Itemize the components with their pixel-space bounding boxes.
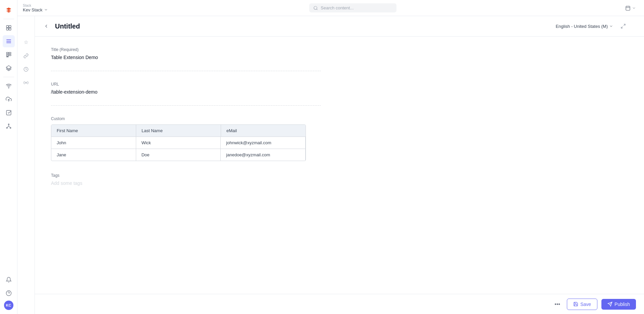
svg-rect-9 [6,54,8,56]
tags-field-placeholder[interactable]: Add some tags [51,180,321,186]
table-cell-email-1[interactable]: janedoe@xyzmail.com [221,149,306,161]
topbar-right [623,4,639,12]
svg-line-20 [7,126,8,127]
svg-rect-8 [9,52,11,54]
brand-stack-label: Stack [23,4,48,7]
table-cell-email-0[interactable]: johnwick@xyzmail.com [221,137,306,149]
locale-chevron-icon [609,24,613,28]
row-delete-button-0[interactable] [304,139,306,147]
secondary-icon-clock[interactable] [20,63,32,75]
svg-line-33 [621,27,623,28]
url-section: URL /table-extension-demo [51,82,321,106]
table-cell-firstname-1[interactable]: Jane [51,149,136,161]
secondary-sidebar: ☆ [17,16,35,314]
svg-point-22 [6,291,11,296]
title-field-label: Title (Required) [51,47,321,52]
svg-line-32 [624,24,625,26]
table-cell-firstname-0[interactable]: John [51,137,136,149]
svg-point-13 [8,88,9,88]
table-row: Jane Doe janedoe@xyzmail.com [51,149,306,161]
brand-name-selector[interactable]: Kev Stack [23,7,48,12]
svg-point-16 [8,124,9,125]
brand-info: Stack Kev Stack [23,4,48,12]
custom-table: First Name Last Name eMail John Wick joh… [51,124,306,161]
secondary-icon-settings2[interactable] [20,76,32,89]
topbar: Stack Kev Stack Search content... [17,0,644,16]
sidebar-icon-network[interactable] [3,120,15,132]
url-field-value[interactable]: /table-extension-demo [51,89,321,95]
calendar-button[interactable] [623,4,639,12]
title-section: Title (Required) Table Extension Demo [51,47,321,71]
row-delete-button-1[interactable] [304,151,306,159]
svg-point-18 [10,127,11,128]
custom-section-label: Custom [51,116,321,121]
sidebar-icon-upload[interactable] [3,93,15,105]
sidebar-icon-dashboard[interactable] [3,22,15,34]
sidebar-bottom: KC [3,274,15,310]
svg-rect-11 [6,56,8,57]
table-header-firstname: First Name [51,125,136,137]
search-icon [313,6,318,10]
secondary-icon-link[interactable] [20,50,32,62]
table-header-lastname: Last Name [136,125,221,137]
custom-section: Custom First Name Last Name eMail John W… [51,116,321,162]
svg-rect-0 [6,25,8,28]
svg-rect-15 [6,110,11,115]
sidebar-icon-list[interactable] [3,35,15,47]
publish-icon [607,302,612,307]
calendar-chevron-icon [632,6,636,10]
sidebar-divider-top [3,19,14,19]
sidebar-icon-components[interactable] [3,49,15,61]
table-cell-lastname-0[interactable]: Wick [136,137,221,149]
table-cell-lastname-1[interactable]: Doe [136,149,221,161]
locale-selector[interactable]: English - United States (M) [553,22,616,30]
sidebar-icon-help[interactable] [3,287,15,299]
svg-line-27 [317,9,318,10]
back-button[interactable] [42,21,51,31]
title-field-value[interactable]: Table Extension Demo [51,55,321,60]
avatar[interactable]: KC [4,301,13,310]
svg-rect-10 [9,54,11,56]
form-content: Title (Required) Table Extension Demo UR… [35,37,337,218]
main-wrapper: Untitled English - United States (M) Tit… [35,16,644,314]
content-area: Untitled English - United States (M) Tit… [35,16,644,314]
page-title: Untitled [55,22,553,30]
save-button[interactable]: Save [567,299,597,310]
search-box[interactable]: Search content... [309,3,396,12]
svg-rect-28 [626,6,630,10]
table-row: John Wick johnwick@xyzmail.com [51,137,306,149]
more-button[interactable]: ••• [552,299,563,309]
sidebar-icon-bell[interactable] [3,274,15,286]
search-placeholder: Search content... [321,5,354,10]
svg-line-21 [9,126,10,127]
url-field-label: URL [51,82,321,87]
page-header: Untitled English - United States (M) [35,16,644,37]
tags-section: Tags Add some tags [51,173,321,197]
sidebar-divider-mid [3,77,14,77]
table-header-row: First Name Last Name eMail [51,125,306,137]
row-actions-0 [302,139,306,147]
svg-point-17 [6,127,7,128]
svg-rect-3 [9,28,11,30]
topbar-search-area: Search content... [87,3,619,12]
svg-rect-1 [9,25,11,28]
sidebar-icon-wifi[interactable] [3,80,15,92]
table-header-email: eMail [221,125,306,137]
secondary-icon-star[interactable]: ☆ [20,36,32,48]
save-icon [573,302,578,307]
svg-rect-2 [6,28,8,30]
logo-icon[interactable] [3,4,15,16]
svg-rect-7 [6,52,8,54]
primary-sidebar: KC [0,0,17,314]
svg-point-25 [25,82,27,83]
calendar-icon [625,5,631,11]
svg-point-26 [314,6,317,9]
publish-button[interactable]: Publish [601,299,636,310]
sidebar-icon-check[interactable] [3,107,15,119]
tags-field-label: Tags [51,173,321,178]
bottom-bar: ••• Save Publish [35,294,644,314]
fullscreen-button[interactable] [619,21,628,31]
row-actions-1 [302,151,306,159]
sidebar-icon-layers[interactable] [3,62,15,74]
